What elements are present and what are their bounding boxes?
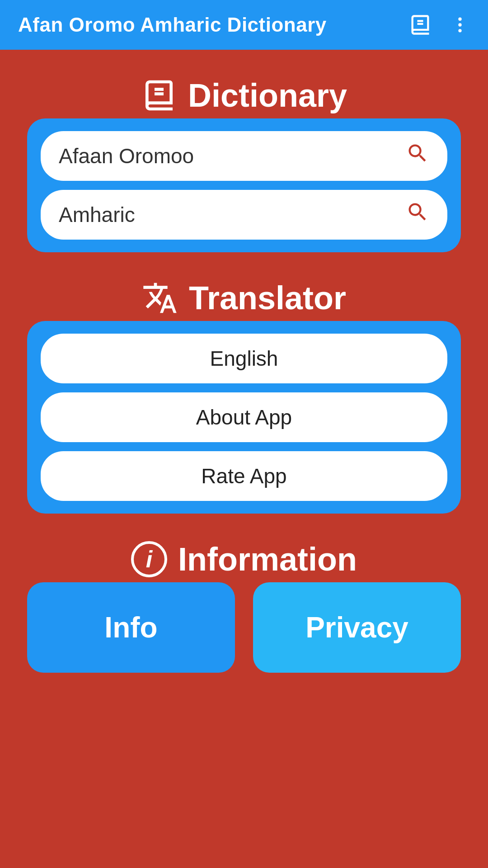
- privacy-button-label: Privacy: [305, 611, 408, 644]
- svg-point-2: [458, 29, 461, 32]
- information-header: i Information: [131, 541, 357, 578]
- app-bar-actions: [408, 13, 470, 37]
- afaan-oromoo-search-row[interactable]: Afaan Oromoo: [41, 131, 447, 181]
- app-bar: Afan Oromo Amharic Dictionary: [0, 0, 488, 50]
- afaan-oromoo-label: Afaan Oromoo: [59, 144, 194, 168]
- svg-point-0: [458, 18, 461, 21]
- about-app-label: About App: [196, 405, 292, 429]
- dictionary-section: Dictionary Afaan Oromoo Amharic: [27, 77, 461, 252]
- rate-app-label: Rate App: [201, 464, 286, 488]
- book-icon-button[interactable]: [408, 13, 432, 37]
- info-icon: i: [131, 541, 167, 577]
- more-icon: [450, 15, 470, 35]
- information-title: Information: [178, 541, 357, 578]
- about-app-button[interactable]: About App: [41, 392, 447, 442]
- information-section: i Information Info Privacy: [27, 541, 461, 673]
- search-icon-2[interactable]: [406, 200, 429, 229]
- more-options-button[interactable]: [450, 15, 470, 35]
- amharic-search-row[interactable]: Amharic: [41, 190, 447, 240]
- amharic-label: Amharic: [59, 203, 135, 227]
- info-button-label: Info: [104, 611, 157, 644]
- dictionary-card: Afaan Oromoo Amharic: [27, 118, 461, 252]
- info-buttons-row: Info Privacy: [27, 582, 461, 673]
- dictionary-title: Dictionary: [188, 77, 347, 114]
- rate-app-button[interactable]: Rate App: [41, 451, 447, 501]
- info-button[interactable]: Info: [27, 582, 235, 673]
- translator-header: Translator: [142, 279, 346, 316]
- privacy-button[interactable]: Privacy: [253, 582, 461, 673]
- translator-title: Translator: [189, 279, 346, 316]
- book-icon: [408, 13, 432, 37]
- translator-section: Translator English About App Rate App: [27, 279, 461, 514]
- dictionary-icon: [141, 77, 177, 113]
- translator-card: English About App Rate App: [27, 321, 461, 514]
- english-label: English: [210, 346, 278, 371]
- translate-icon: [142, 280, 178, 316]
- search-icon-1[interactable]: [406, 142, 429, 170]
- app-bar-title: Afan Oromo Amharic Dictionary: [18, 14, 327, 36]
- svg-point-1: [458, 23, 461, 26]
- main-content: Dictionary Afaan Oromoo Amharic: [0, 50, 488, 700]
- english-button[interactable]: English: [41, 334, 447, 383]
- dictionary-header: Dictionary: [141, 77, 347, 114]
